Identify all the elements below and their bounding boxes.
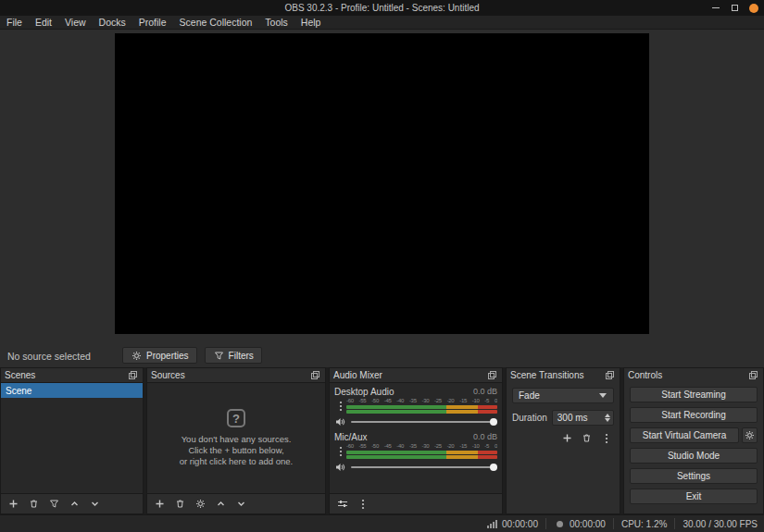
exit-button[interactable]: Exit xyxy=(630,489,758,504)
meter-tick-label: -30 xyxy=(421,398,429,404)
volume-meter: -60-55-50-45-40-35-30-25-20-15-10-50 xyxy=(346,443,497,459)
transition-properties-icon[interactable] xyxy=(600,432,612,444)
minimize-button[interactable] xyxy=(710,3,720,13)
source-toolbar-row: No source selected Properties Filters xyxy=(0,344,764,367)
controls-dock-title: Controls xyxy=(628,370,662,380)
meter-tick-label: -45 xyxy=(384,398,392,404)
menu-item-view[interactable]: View xyxy=(58,17,93,28)
menu-item-tools[interactable]: Tools xyxy=(258,17,294,28)
audio-mixer-dock: Audio Mixer Desktop Audio 0.0 dB xyxy=(329,367,503,514)
audio-mixer-dock-title: Audio Mixer xyxy=(333,370,382,380)
dock-float-icon[interactable] xyxy=(747,369,759,381)
meter-tick-label: -35 xyxy=(409,398,417,404)
menu-item-help[interactable]: Help xyxy=(294,17,328,28)
virtual-camera-config-button[interactable] xyxy=(742,427,758,443)
menu-item-scene-collection[interactable]: Scene Collection xyxy=(173,17,259,28)
scenes-dock: Scenes Scene xyxy=(0,367,144,514)
meter-tick-label: -10 xyxy=(472,443,480,450)
record-status-segment: 00:00:00 xyxy=(554,518,606,530)
mixer-channel-mic-aux: Mic/Aux 0.0 dB -60-55-50-45-40-35-30-25-… xyxy=(330,428,502,474)
meter-tick-label: -5 xyxy=(484,443,489,450)
add-scene-button[interactable] xyxy=(7,498,19,510)
meter-scale: -60-55-50-45-40-35-30-25-20-15-10-50 xyxy=(346,398,497,404)
close-button[interactable] xyxy=(749,4,758,13)
meter-tick-label: -30 xyxy=(421,443,429,450)
mixer-channel-desktop-audio: Desktop Audio 0.0 dB -60-55-50-45-40-35-… xyxy=(330,383,502,428)
meter-tick-label: -40 xyxy=(396,443,404,450)
scene-filters-button[interactable] xyxy=(48,498,60,510)
move-scene-down-button[interactable] xyxy=(89,498,101,510)
dock-float-icon[interactable] xyxy=(604,369,616,381)
duration-value[interactable]: 300 ms xyxy=(553,413,601,423)
meter-bar xyxy=(346,410,497,414)
menu-item-edit[interactable]: Edit xyxy=(29,17,58,28)
empty-sources-state: ? You don't have any sources. Click the … xyxy=(147,383,325,493)
gear-icon xyxy=(744,429,756,441)
channel-level: 0.0 dB xyxy=(473,387,497,396)
statusbar-separator xyxy=(674,518,675,529)
settings-button[interactable]: Settings xyxy=(630,468,758,484)
channel-menu-icon[interactable] xyxy=(334,398,346,414)
scene-transitions-dock: Scene Transitions Fade Duration 300 ms xyxy=(506,367,620,514)
menu-item-file[interactable]: File xyxy=(0,17,29,28)
empty-sources-text: or right click here to add one. xyxy=(180,456,294,467)
meter-tick-label: -35 xyxy=(409,443,417,450)
preview-canvas[interactable] xyxy=(115,33,649,334)
menu-item-docks[interactable]: Docks xyxy=(93,17,132,28)
speaker-icon[interactable] xyxy=(334,462,346,474)
meter-bar xyxy=(346,455,497,459)
obs-window: OBS 30.2.3 - Profile: Untitled - Scenes:… xyxy=(0,0,764,532)
meter-bar xyxy=(346,405,497,409)
mixer-settings-icon[interactable] xyxy=(336,498,348,510)
slider-handle[interactable] xyxy=(490,418,497,426)
start-virtual-camera-button[interactable]: Start Virtual Camera xyxy=(630,427,739,443)
remove-transition-button[interactable] xyxy=(581,432,593,444)
sources-list[interactable]: ? You don't have any sources. Click the … xyxy=(147,382,325,494)
empty-sources-icon: ? xyxy=(227,409,245,427)
spin-up-icon[interactable] xyxy=(605,414,610,417)
duration-label: Duration xyxy=(512,413,547,423)
stream-time: 00:00:00 xyxy=(502,519,538,529)
speaker-icon[interactable] xyxy=(334,416,346,428)
statusbar-separator xyxy=(613,518,614,529)
source-properties-button[interactable] xyxy=(194,498,207,510)
meter-tick-label: -50 xyxy=(371,398,379,404)
filter-icon xyxy=(213,350,225,362)
start-streaming-button[interactable]: Start Streaming xyxy=(630,387,758,402)
slider-handle[interactable] xyxy=(490,464,497,471)
remove-scene-button[interactable] xyxy=(28,498,40,510)
fps-counter: 30.00 / 30.00 FPS xyxy=(683,519,758,529)
volume-slider[interactable] xyxy=(351,464,497,471)
spin-down-icon[interactable] xyxy=(605,418,610,422)
dock-float-icon[interactable] xyxy=(127,369,139,381)
scene-transitions-dock-header: Scene Transitions xyxy=(507,368,620,382)
channel-name: Desktop Audio xyxy=(334,387,395,397)
move-source-down-button[interactable] xyxy=(235,498,247,510)
add-source-button[interactable] xyxy=(154,498,166,510)
move-source-up-button[interactable] xyxy=(215,498,227,510)
start-recording-button[interactable]: Start Recording xyxy=(630,407,758,423)
meter-tick-label: 0 xyxy=(495,443,497,450)
menu-item-profile[interactable]: Profile xyxy=(132,17,173,28)
channel-name: Mic/Aux xyxy=(334,432,368,442)
dock-float-icon[interactable] xyxy=(486,369,498,381)
dock-float-icon[interactable] xyxy=(309,369,321,381)
channel-level: 0.0 dB xyxy=(473,432,497,441)
add-transition-button[interactable] xyxy=(561,432,573,444)
spin-arrows xyxy=(601,414,613,422)
channel-menu-icon[interactable] xyxy=(334,443,346,459)
statusbar-separator xyxy=(545,518,546,529)
scene-list-item[interactable]: Scene xyxy=(1,383,143,398)
transition-select[interactable]: Fade xyxy=(512,388,614,403)
filters-button[interactable]: Filters xyxy=(205,347,262,364)
studio-mode-button[interactable]: Studio Mode xyxy=(630,448,758,464)
meter-tick-label: -25 xyxy=(434,398,442,404)
maximize-button[interactable] xyxy=(730,3,740,13)
volume-slider[interactable] xyxy=(351,418,497,426)
mixer-menu-icon[interactable] xyxy=(357,498,369,510)
remove-source-button[interactable] xyxy=(174,498,186,510)
properties-button[interactable]: Properties xyxy=(122,347,197,364)
slider-track xyxy=(351,421,497,423)
move-scene-up-button[interactable] xyxy=(69,498,81,510)
duration-spinbox[interactable]: 300 ms xyxy=(552,410,614,426)
